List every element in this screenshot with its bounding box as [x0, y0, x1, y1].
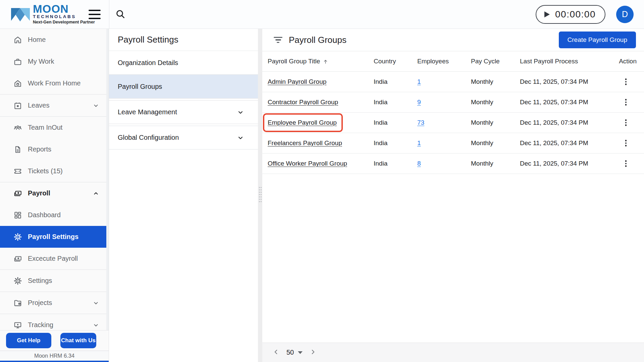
sidebar-item-label: Projects [28, 299, 52, 307]
play-icon[interactable] [544, 11, 550, 17]
sidebar-item-home[interactable]: Home [0, 29, 106, 51]
column-header-last-payroll-process[interactable]: Last Payroll Process [520, 58, 617, 65]
country-cell: India [374, 160, 417, 167]
sidebar-item-label: Tracking [28, 321, 53, 329]
payroll-group-link[interactable]: Office Worker Payroll Group [268, 160, 347, 167]
sidebar-item-tracking[interactable]: Tracking [0, 314, 106, 331]
column-header-payroll-group-title[interactable]: Payroll Group Title [268, 58, 374, 65]
sidebar-item-payroll-settings[interactable]: Payroll Settings [0, 226, 106, 248]
chevron-down-icon [92, 102, 100, 109]
people-icon [13, 123, 22, 132]
employees-count-link[interactable]: 9 [417, 99, 421, 106]
settings-item-label: Payroll Groups [118, 83, 162, 90]
country-cell: India [374, 119, 417, 126]
search-icon [115, 9, 126, 19]
settings-item-payroll-groups[interactable]: Payroll Groups [109, 75, 258, 99]
sidebar-item-label: Tickets (15) [28, 167, 63, 175]
next-page-button[interactable] [308, 348, 318, 358]
pay-cycle-cell: Monthly [471, 160, 520, 167]
payroll-group-link[interactable]: Admin Payroll Group [268, 78, 326, 85]
settings-item-label: Global Configuration [118, 134, 179, 141]
sort-asc-icon [323, 59, 328, 64]
last-payroll-process-cell: Dec 11, 2025, 07:34 PM [520, 119, 617, 126]
sidebar-item-settings[interactable]: Settings [0, 270, 106, 292]
employees-count-link[interactable]: 8 [417, 160, 421, 167]
page-title: Payroll Groups [289, 35, 346, 45]
filter-list-icon[interactable] [273, 37, 283, 43]
column-header-country[interactable]: Country [374, 58, 417, 65]
chevron-left-icon [272, 348, 280, 356]
settings-item-leave-management[interactable]: Leave Management [109, 100, 258, 124]
sidebar-item-projects[interactable]: Projects [0, 292, 106, 314]
document-icon [13, 145, 22, 154]
table-row-office-worker-payroll-group: Office Worker Payroll GroupIndia8Monthly… [262, 154, 644, 174]
sidebar-item-work-from-home[interactable]: Work From Home [0, 72, 106, 94]
chat-with-us-button[interactable]: Chat with Us [60, 333, 96, 348]
avatar[interactable]: D [616, 6, 634, 23]
sidebar-item-payroll[interactable]: Payroll [0, 182, 106, 204]
sidebar-item-label: Payroll [28, 189, 50, 197]
topbar-divider [109, 0, 109, 29]
settings-item-organization-details[interactable]: Organization Details [109, 51, 258, 75]
settings-item-label: Leave Management [118, 108, 177, 116]
create-payroll-group-button[interactable]: Create Payroll Group [559, 32, 636, 48]
search-button[interactable] [115, 9, 126, 20]
sidebar-item-dashboard[interactable]: Dashboard [0, 204, 106, 226]
row-actions-button[interactable] [624, 117, 628, 128]
app-root: MOON TECHNOLABS Next-Gen Development Par… [0, 0, 644, 362]
content-shell: HomeMy WorkWork From HomeLeavesTeam InOu… [0, 29, 644, 362]
previous-page-button[interactable] [271, 348, 281, 358]
table-header: Payroll Group TitleCountryEmployeesPay C… [262, 51, 644, 72]
sidebar-item-label: Reports [28, 145, 51, 153]
sidebar-item-label: Excecute Payroll [28, 255, 78, 262]
payroll-settings-panel: Payroll Settings Organization DetailsPay… [109, 29, 258, 362]
sidebar-item-leaves[interactable]: Leaves [0, 95, 106, 116]
kebab-menu-icon [625, 139, 627, 147]
company-logo[interactable]: MOON TECHNOLABS Next-Gen Development Par… [0, 4, 85, 24]
table-row-admin-payroll-group: Admin Payroll GroupIndia1MonthlyDec 11, … [262, 72, 644, 92]
column-header-action[interactable]: Action [617, 58, 639, 65]
menu-toggle-button[interactable] [89, 10, 101, 19]
sidebar-scrollbar[interactable] [106, 29, 109, 331]
sidebar-item-my-work[interactable]: My Work [0, 51, 106, 72]
settings-item-global-configuration[interactable]: Global Configuration [109, 126, 258, 149]
ticket-icon [13, 167, 22, 176]
kebab-menu-icon [625, 78, 627, 85]
topbar: MOON TECHNOLABS Next-Gen Development Par… [0, 0, 644, 29]
sidebar-item-label: Payroll Settings [28, 233, 78, 241]
logo-tagline: Next-Gen Development Partner [33, 20, 95, 24]
row-actions-button[interactable] [624, 138, 628, 148]
table-row-freelancers-payroll-group: Freelancers Payroll GroupIndia1MonthlyDe… [262, 133, 644, 154]
sidebar-item-label: Work From Home [28, 79, 80, 87]
sidebar-item-label: Team InOut [28, 124, 62, 131]
employees-count-link[interactable]: 1 [417, 78, 421, 85]
column-header-employees[interactable]: Employees [417, 58, 471, 65]
payroll-group-link[interactable]: Contractor Payroll Group [268, 99, 338, 106]
row-actions-button[interactable] [624, 158, 628, 169]
payroll-group-link[interactable]: Freelancers Payroll Group [268, 139, 342, 146]
employees-count-link[interactable]: 1 [417, 139, 421, 146]
sidebar-nav: HomeMy WorkWork From HomeLeavesTeam InOu… [0, 29, 109, 331]
last-payroll-process-cell: Dec 11, 2025, 07:34 PM [520, 78, 617, 85]
panel-resize-handle[interactable] [258, 29, 262, 362]
row-actions-button[interactable] [624, 76, 628, 87]
get-help-button[interactable]: Get Help [6, 333, 51, 348]
sidebar-item-label: Settings [28, 277, 52, 285]
timer-widget[interactable]: 00:00:00 [536, 5, 605, 24]
employees-count-link[interactable]: 73 [417, 119, 424, 126]
chevron-down-icon [236, 134, 245, 142]
page-size-select[interactable]: 50 [286, 349, 303, 356]
sidebar-item-reports[interactable]: Reports [0, 138, 106, 160]
sidebar-item-tickets-15[interactable]: Tickets (15) [0, 160, 106, 182]
briefcase-icon [13, 57, 22, 66]
sidebar-item-team-inout[interactable]: Team InOut [0, 117, 106, 138]
row-actions-button[interactable] [624, 97, 628, 107]
column-header-pay-cycle[interactable]: Pay Cycle [471, 58, 520, 65]
app-version: Moon HRM 6.34 [0, 351, 109, 361]
sidebar: HomeMy WorkWork From HomeLeavesTeam InOu… [0, 29, 109, 362]
sidebar-footer: Get Help Chat with Us Moon HRM 6.34 [0, 330, 109, 362]
logo-mark-icon [10, 7, 31, 22]
sidebar-item-excecute-payroll[interactable]: Excecute Payroll [0, 248, 106, 269]
gear-icon [13, 277, 22, 285]
payroll-group-link[interactable]: Employee Payroll Group [268, 119, 337, 126]
